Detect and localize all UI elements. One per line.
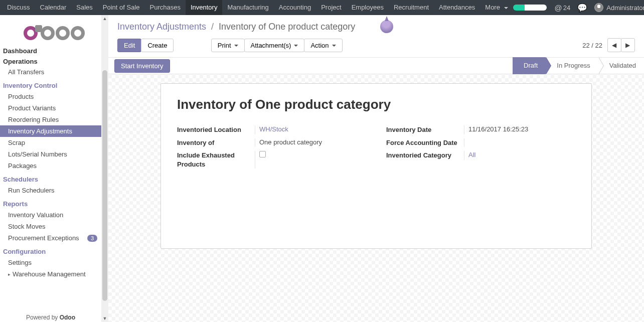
chat-icon[interactable]: 💬 [577, 3, 587, 13]
value-force-date [464, 138, 575, 147]
exhausted-checkbox[interactable] [259, 151, 266, 157]
sidebar-item-packages[interactable]: Packages [0, 160, 108, 172]
sidebar-group-schedulers: Schedulers [0, 172, 108, 185]
pager-next-button[interactable]: ▶ [621, 38, 635, 52]
sidebar: Dashboard Operations All Transfers Inven… [0, 15, 108, 322]
sidebar-item-product-variants[interactable]: Product Variants [0, 102, 108, 114]
stage-validated[interactable]: Validated [598, 57, 644, 74]
value-date: 11/16/2017 16:25:23 [464, 125, 575, 134]
chevron-down-icon [294, 45, 298, 47]
sidebar-group-configuration: Configuration [0, 244, 108, 257]
sidebar-item-all-transfers[interactable]: All Transfers [0, 66, 108, 78]
label-force-date: Force Accounting Date [386, 138, 464, 147]
droplet-icon [380, 20, 393, 33]
logo[interactable] [0, 20, 108, 45]
stage-draft[interactable]: Draft [513, 57, 546, 74]
nav-recruitment[interactable]: Recruitment [389, 0, 434, 15]
value-inventory-of: One product category [255, 138, 366, 147]
action-button[interactable]: Action [304, 39, 342, 52]
breadcrumb: Inventory Adjustments / Inventory of One… [117, 20, 635, 33]
sidebar-scrollbar[interactable]: ▲ ▼ [101, 15, 108, 322]
sidebar-item-stock-moves[interactable]: Stock Moves [0, 221, 108, 232]
sidebar-item-reordering-rules[interactable]: Reordering Rules [0, 114, 108, 125]
messages-indicator[interactable]: @ 24 [555, 4, 571, 12]
chevron-down-icon [504, 7, 508, 9]
sidebar-header-operations: Operations [0, 56, 108, 66]
nav-inventory[interactable]: Inventory [186, 0, 222, 15]
nav-project[interactable]: Project [316, 0, 346, 15]
nav-sales[interactable]: Sales [71, 0, 98, 15]
messages-count: 24 [563, 4, 570, 12]
page-title: Inventory of One product category [177, 97, 575, 112]
label-exhausted: Include Exhausted Products [177, 151, 255, 169]
value-location[interactable]: WH/Stock [259, 125, 288, 133]
edit-button[interactable]: Edit [117, 39, 141, 52]
scroll-down-icon[interactable]: ▼ [101, 316, 108, 321]
at-icon: @ [555, 4, 562, 12]
breadcrumb-sep: / [211, 22, 214, 32]
sidebar-item-warehouse-management[interactable]: Warehouse Management [0, 268, 108, 280]
label-location: Inventoried Location [177, 125, 255, 134]
user-menu[interactable]: Administrator [594, 3, 644, 12]
nav-attendances[interactable]: Attendances [434, 0, 480, 15]
sidebar-item-lots-serial-numbers[interactable]: Lots/Serial Numbers [0, 148, 108, 160]
start-inventory-button[interactable]: Start Inventory [114, 59, 170, 73]
badge: 3 [87, 235, 97, 242]
form-sheet: Inventory of One product category Invent… [160, 83, 592, 249]
nav-calendar[interactable]: Calendar [35, 0, 72, 15]
sidebar-item-procurement-exceptions[interactable]: Procurement Exceptions3 [0, 232, 108, 244]
pager-text: 22 / 22 [582, 42, 602, 49]
label-inventory-of: Inventory of [177, 138, 255, 147]
breadcrumb-parent[interactable]: Inventory Adjustments [117, 22, 206, 32]
sidebar-group-reports: Reports [0, 196, 108, 209]
nav-more[interactable]: More [480, 0, 513, 15]
print-button[interactable]: Print [211, 39, 245, 52]
trial-progress[interactable] [513, 5, 547, 11]
nav-purchases[interactable]: Purchases [145, 0, 186, 15]
sidebar-item-settings[interactable]: Settings [0, 257, 108, 268]
create-button[interactable]: Create [141, 39, 174, 52]
nav-accounting[interactable]: Accounting [274, 0, 316, 15]
scroll-thumb[interactable] [102, 70, 107, 301]
sidebar-item-products[interactable]: Products [0, 91, 108, 102]
attachments-button[interactable]: Attachment(s) [244, 39, 305, 52]
pager-prev-button[interactable]: ◀ [607, 38, 621, 52]
sidebar-item-inventory-valuation[interactable]: Inventory Valuation [0, 209, 108, 221]
top-nav: DiscussCalendarSalesPoint of SalePurchas… [0, 0, 644, 15]
nav-employees[interactable]: Employees [347, 0, 389, 15]
stage-in-progress[interactable]: In Progress [546, 57, 598, 74]
sidebar-item-inventory-adjustments[interactable]: Inventory Adjustments [0, 125, 108, 137]
scroll-up-icon[interactable]: ▲ [101, 16, 108, 21]
nav-point-of-sale[interactable]: Point of Sale [98, 0, 145, 15]
avatar-icon [594, 3, 603, 12]
breadcrumb-current: Inventory of One product category [219, 22, 355, 32]
label-date: Inventory Date [386, 125, 464, 134]
value-category[interactable]: All [468, 151, 475, 158]
sidebar-header-dashboard[interactable]: Dashboard [0, 45, 108, 56]
chevron-down-icon [234, 45, 238, 47]
user-name: Administrator [606, 4, 644, 12]
sidebar-group-inventory-control: Inventory Control [0, 78, 108, 91]
sidebar-footer: Powered by Odoo [0, 313, 101, 322]
sidebar-item-run-schedulers[interactable]: Run Schedulers [0, 185, 108, 196]
nav-discuss[interactable]: Discuss [2, 0, 35, 15]
sidebar-item-scrap[interactable]: Scrap [0, 137, 108, 148]
nav-manufacturing[interactable]: Manufacturing [222, 0, 273, 15]
chevron-down-icon [332, 45, 336, 47]
label-category: Inventoried Category [386, 151, 464, 160]
